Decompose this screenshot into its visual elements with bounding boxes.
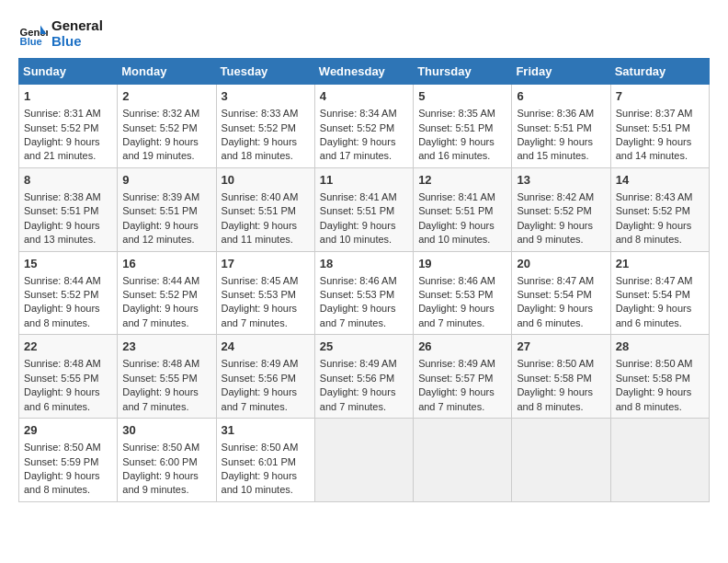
calendar-cell: 9 Sunrise: 8:39 AM Sunset: 5:51 PM Dayli… <box>118 167 216 251</box>
sunset-label: Sunset: 6:00 PM <box>122 456 197 467</box>
calendar-cell: 1 Sunrise: 8:31 AM Sunset: 5:52 PM Dayli… <box>19 85 118 168</box>
sunset-label: Sunset: 5:56 PM <box>222 373 296 384</box>
daylight-label: Daylight: 9 hours and 8 minutes. <box>517 386 593 411</box>
weekday-header-monday: Monday <box>118 59 216 85</box>
sunrise-label: Sunrise: 8:50 AM <box>517 358 594 369</box>
sunset-label: Sunset: 5:52 PM <box>122 122 197 133</box>
sunset-label: Sunset: 5:53 PM <box>418 289 493 300</box>
daylight-label: Daylight: 9 hours and 8 minutes. <box>616 386 692 411</box>
sunrise-label: Sunrise: 8:48 AM <box>122 358 199 369</box>
calendar-cell: 20 Sunrise: 8:47 AM Sunset: 5:54 PM Dayl… <box>512 251 610 335</box>
day-number: 24 <box>222 339 310 355</box>
calendar-cell: 24 Sunrise: 8:49 AM Sunset: 5:56 PM Dayl… <box>216 335 314 419</box>
sunset-label: Sunset: 5:54 PM <box>616 289 690 300</box>
sunrise-label: Sunrise: 8:50 AM <box>222 442 299 453</box>
sunset-label: Sunset: 5:51 PM <box>320 205 394 216</box>
sunset-label: Sunset: 5:52 PM <box>122 289 197 300</box>
sunrise-label: Sunrise: 8:50 AM <box>24 442 101 453</box>
sunset-label: Sunset: 5:52 PM <box>24 122 98 133</box>
day-number: 20 <box>517 256 605 272</box>
sunset-label: Sunset: 5:51 PM <box>418 205 493 216</box>
sunrise-label: Sunrise: 8:49 AM <box>320 358 397 369</box>
calendar-cell: 10 Sunrise: 8:40 AM Sunset: 5:51 PM Dayl… <box>216 167 314 251</box>
daylight-label: Daylight: 9 hours and 19 minutes. <box>122 136 199 161</box>
daylight-label: Daylight: 9 hours and 6 minutes. <box>24 386 100 411</box>
day-number: 19 <box>418 256 506 272</box>
sunset-label: Sunset: 5:56 PM <box>320 373 394 384</box>
sunrise-label: Sunrise: 8:38 AM <box>24 191 101 202</box>
day-number: 11 <box>320 172 408 189</box>
calendar-cell: 12 Sunrise: 8:41 AM Sunset: 5:51 PM Dayl… <box>414 167 512 251</box>
day-number: 1 <box>24 88 112 105</box>
sunset-label: Sunset: 5:55 PM <box>24 373 98 384</box>
calendar-cell: 11 Sunrise: 8:41 AM Sunset: 5:51 PM Dayl… <box>314 167 413 251</box>
day-number: 8 <box>24 172 112 189</box>
calendar-cell: 2 Sunrise: 8:32 AM Sunset: 5:52 PM Dayli… <box>118 85 216 168</box>
sunrise-label: Sunrise: 8:31 AM <box>24 108 101 119</box>
sunrise-label: Sunrise: 8:33 AM <box>222 108 299 119</box>
day-number: 4 <box>320 88 408 105</box>
calendar-cell: 25 Sunrise: 8:49 AM Sunset: 5:56 PM Dayl… <box>314 335 413 419</box>
sunset-label: Sunset: 5:51 PM <box>222 205 296 216</box>
sunrise-label: Sunrise: 8:42 AM <box>517 191 594 202</box>
calendar-cell: 15 Sunrise: 8:44 AM Sunset: 5:52 PM Dayl… <box>19 251 118 335</box>
daylight-label: Daylight: 9 hours and 9 minutes. <box>122 470 199 495</box>
daylight-label: Daylight: 9 hours and 10 minutes. <box>222 470 298 495</box>
calendar-cell <box>414 419 512 502</box>
day-number: 25 <box>320 339 408 355</box>
daylight-label: Daylight: 9 hours and 7 minutes. <box>418 386 495 411</box>
day-number: 12 <box>418 172 506 189</box>
calendar-cell <box>610 419 709 502</box>
calendar-cell: 23 Sunrise: 8:48 AM Sunset: 5:55 PM Dayl… <box>118 335 216 419</box>
day-number: 15 <box>24 256 112 272</box>
day-number: 13 <box>517 172 605 189</box>
daylight-label: Daylight: 9 hours and 13 minutes. <box>24 220 100 245</box>
daylight-label: Daylight: 9 hours and 18 minutes. <box>222 136 298 161</box>
daylight-label: Daylight: 9 hours and 10 minutes. <box>320 220 396 245</box>
sunrise-label: Sunrise: 8:43 AM <box>616 191 693 202</box>
sunrise-label: Sunrise: 8:45 AM <box>222 275 299 286</box>
weekday-header-sunday: Sunday <box>19 59 118 85</box>
sunset-label: Sunset: 5:54 PM <box>517 289 591 300</box>
calendar-cell: 19 Sunrise: 8:46 AM Sunset: 5:53 PM Dayl… <box>414 251 512 335</box>
calendar-cell: 21 Sunrise: 8:47 AM Sunset: 5:54 PM Dayl… <box>610 251 709 335</box>
sunrise-label: Sunrise: 8:50 AM <box>616 358 693 369</box>
sunrise-label: Sunrise: 8:46 AM <box>418 275 495 286</box>
sunrise-label: Sunrise: 8:36 AM <box>517 108 594 119</box>
daylight-label: Daylight: 9 hours and 14 minutes. <box>616 136 692 161</box>
daylight-label: Daylight: 9 hours and 15 minutes. <box>517 136 593 161</box>
daylight-label: Daylight: 9 hours and 7 minutes. <box>418 303 495 327</box>
daylight-label: Daylight: 9 hours and 7 minutes. <box>222 386 298 411</box>
sunrise-label: Sunrise: 8:49 AM <box>222 358 299 369</box>
daylight-label: Daylight: 9 hours and 6 minutes. <box>616 303 692 327</box>
sunset-label: Sunset: 5:58 PM <box>616 373 690 384</box>
calendar-cell: 8 Sunrise: 8:38 AM Sunset: 5:51 PM Dayli… <box>19 167 118 251</box>
sunset-label: Sunset: 5:52 PM <box>517 205 591 216</box>
sunrise-label: Sunrise: 8:39 AM <box>122 191 199 202</box>
daylight-label: Daylight: 9 hours and 8 minutes. <box>24 303 100 327</box>
calendar-cell: 3 Sunrise: 8:33 AM Sunset: 5:52 PM Dayli… <box>216 85 314 168</box>
sunrise-label: Sunrise: 8:50 AM <box>122 442 199 453</box>
sunset-label: Sunset: 5:58 PM <box>517 373 591 384</box>
sunrise-label: Sunrise: 8:47 AM <box>616 275 693 286</box>
sunset-label: Sunset: 5:52 PM <box>222 122 296 133</box>
calendar-cell: 26 Sunrise: 8:49 AM Sunset: 5:57 PM Dayl… <box>414 335 512 419</box>
day-number: 21 <box>616 256 704 272</box>
day-number: 26 <box>418 339 506 355</box>
daylight-label: Daylight: 9 hours and 8 minutes. <box>616 220 692 245</box>
logo-general: General <box>51 18 103 34</box>
sunset-label: Sunset: 5:51 PM <box>418 122 493 133</box>
daylight-label: Daylight: 9 hours and 7 minutes. <box>122 386 199 411</box>
sunset-label: Sunset: 5:52 PM <box>24 289 98 300</box>
sunset-label: Sunset: 6:01 PM <box>222 456 296 467</box>
calendar-cell: 13 Sunrise: 8:42 AM Sunset: 5:52 PM Dayl… <box>512 167 610 251</box>
sunset-label: Sunset: 5:51 PM <box>517 122 591 133</box>
sunrise-label: Sunrise: 8:44 AM <box>122 275 199 286</box>
daylight-label: Daylight: 9 hours and 7 minutes. <box>222 303 298 327</box>
day-number: 31 <box>222 422 310 439</box>
sunset-label: Sunset: 5:59 PM <box>24 456 98 467</box>
sunset-label: Sunset: 5:51 PM <box>616 122 690 133</box>
day-number: 18 <box>320 256 408 272</box>
logo-blue: Blue <box>51 34 103 50</box>
sunset-label: Sunset: 5:52 PM <box>320 122 394 133</box>
